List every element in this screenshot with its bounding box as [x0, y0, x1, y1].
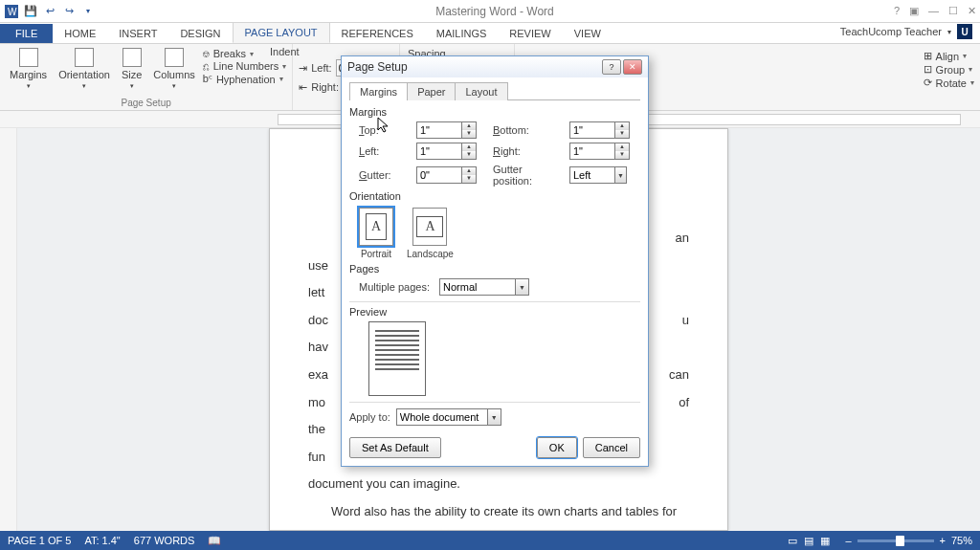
ok-button[interactable]: OK: [537, 437, 577, 458]
undo-icon[interactable]: ↩: [42, 4, 57, 19]
orientation-button[interactable]: Orientation▾: [55, 46, 114, 92]
vertical-ruler[interactable]: [0, 128, 17, 531]
apply-to-select[interactable]: [396, 408, 488, 426]
cancel-button[interactable]: Cancel: [583, 437, 640, 458]
landscape-option[interactable]: ALandscape: [407, 208, 454, 259]
close-icon[interactable]: ✕: [968, 5, 976, 17]
doc-text: can: [669, 362, 689, 389]
dropdown-icon[interactable]: ▼: [488, 408, 501, 426]
tab-references[interactable]: REFERENCES: [330, 24, 425, 43]
tab-design[interactable]: DESIGN: [168, 24, 232, 43]
hyphenation-button[interactable]: bᶜ Hyphenation ▾: [203, 73, 286, 85]
zoom-level[interactable]: 75%: [951, 535, 972, 546]
spin-up-icon[interactable]: ▲: [462, 122, 476, 130]
rotate-button[interactable]: ⟳ Rotate ▾: [924, 77, 974, 89]
word-app-icon[interactable]: W: [4, 4, 19, 19]
tab-view[interactable]: VIEW: [563, 24, 612, 43]
tab-page-layout[interactable]: PAGE LAYOUT: [233, 22, 330, 43]
group-button[interactable]: ⊡ Group ▾: [924, 63, 974, 76]
spin-down-icon[interactable]: ▼: [615, 151, 629, 159]
ribbon-display-icon[interactable]: ▣: [909, 5, 919, 17]
spin-up-icon[interactable]: ▲: [615, 122, 629, 130]
dialog-close-icon[interactable]: ✕: [623, 59, 642, 75]
group-arrange: ⊞ Align ▾ ⊡ Group ▾ ⟳ Rotate ▾: [918, 44, 980, 110]
group-page-setup: Margins▾ Orientation▾ Size▾ Columns▾ ⎊ B…: [0, 44, 293, 110]
status-proofing-icon[interactable]: 📖: [208, 535, 221, 547]
dialog-help-icon[interactable]: ?: [602, 59, 621, 75]
spin-down-icon[interactable]: ▼: [615, 130, 629, 138]
tab-review[interactable]: REVIEW: [498, 24, 562, 43]
tab-file[interactable]: FILE: [0, 24, 53, 43]
status-at[interactable]: AT: 1.4": [84, 535, 120, 546]
status-page[interactable]: PAGE 1 OF 5: [8, 535, 71, 546]
doc-text: doc: [308, 313, 328, 327]
spin-down-icon[interactable]: ▼: [462, 175, 476, 183]
web-layout-icon[interactable]: ▦: [820, 535, 830, 546]
user-account[interactable]: TeachUcomp Teacher▾U: [833, 20, 980, 43]
zoom-slider[interactable]: [858, 539, 934, 542]
right-input[interactable]: [569, 143, 615, 160]
margins-section-label: Margins: [349, 106, 640, 118]
top-input[interactable]: [416, 121, 462, 139]
align-button[interactable]: ⊞ Align ▾: [924, 50, 974, 62]
zoom-in-icon[interactable]: +: [940, 535, 946, 546]
columns-button[interactable]: Columns▾: [149, 46, 198, 92]
top-label: Top:: [359, 124, 407, 136]
print-layout-icon[interactable]: ▤: [804, 535, 813, 546]
redo-icon[interactable]: ↪: [61, 4, 77, 19]
dialog-tabs: Margins Paper Layout: [349, 81, 640, 100]
dialog-title: Page Setup: [347, 60, 600, 74]
dialog-tab-margins[interactable]: Margins: [349, 82, 408, 100]
minimize-icon[interactable]: —: [928, 5, 939, 17]
doc-text: of: [679, 389, 689, 417]
spin-up-icon[interactable]: ▲: [615, 143, 629, 151]
line-numbers-button[interactable]: ⎌ Line Numbers ▾: [203, 60, 286, 72]
spin-up-icon[interactable]: ▲: [462, 167, 476, 175]
window-title: Mastering Word - Word: [96, 5, 894, 18]
size-button[interactable]: Size▾: [118, 46, 145, 92]
user-badge-icon: U: [957, 24, 972, 39]
spin-down-icon[interactable]: ▼: [462, 130, 476, 138]
gutter-pos-select[interactable]: [569, 166, 615, 184]
save-icon[interactable]: 💾: [23, 4, 38, 19]
bottom-input[interactable]: [569, 121, 615, 139]
dialog-title-bar[interactable]: Page Setup ? ✕: [342, 56, 648, 77]
user-name: TeachUcomp Teacher: [840, 26, 942, 37]
doc-text: mo: [308, 395, 325, 409]
zoom-control: – + 75%: [845, 535, 972, 546]
spin-down-icon[interactable]: ▼: [462, 151, 476, 159]
help-icon[interactable]: ?: [894, 5, 900, 17]
status-words[interactable]: 677 WORDS: [134, 535, 195, 546]
maximize-icon[interactable]: ☐: [948, 5, 958, 17]
gutter-pos-label: Gutter position:: [493, 164, 560, 187]
tab-mailings[interactable]: MAILINGS: [425, 24, 499, 43]
quick-access-toolbar: W 💾 ↩ ↪ ▾: [4, 4, 96, 19]
margins-button[interactable]: Margins▾: [6, 46, 51, 92]
view-buttons: ▭ ▤ ▦: [786, 535, 832, 547]
svg-text:W: W: [8, 7, 17, 17]
status-bar: PAGE 1 OF 5 AT: 1.4" 677 WORDS 📖 ▭ ▤ ▦ –…: [0, 531, 980, 550]
indent-header: Indent: [270, 46, 300, 57]
page-setup-dialog: Page Setup ? ✕ Margins Paper Layout Marg…: [341, 55, 649, 467]
read-mode-icon[interactable]: ▭: [788, 535, 797, 546]
dialog-tab-layout[interactable]: Layout: [455, 82, 507, 100]
dropdown-icon[interactable]: ▼: [516, 278, 529, 296]
qat-customize-icon[interactable]: ▾: [80, 4, 96, 19]
multiple-pages-select[interactable]: [439, 278, 516, 296]
set-default-button[interactable]: Set As Default: [349, 437, 441, 458]
portrait-option[interactable]: APortrait: [359, 208, 393, 259]
window-buttons: ? ▣ — ☐ ✕: [894, 5, 976, 17]
tab-insert[interactable]: INSERT: [107, 24, 168, 43]
preview-section-label: Preview: [349, 306, 640, 318]
left-input[interactable]: [416, 143, 462, 160]
dropdown-icon[interactable]: ▼: [615, 166, 627, 184]
margins-grid: Top: ▲▼ Bottom: ▲▼ Left: ▲▼ Right: ▲▼ Gu…: [359, 121, 640, 187]
left-label: Left:: [359, 145, 407, 157]
gutter-input[interactable]: [416, 166, 462, 184]
doc-text: Word also has the ability to create its …: [308, 498, 689, 526]
zoom-out-icon[interactable]: –: [845, 535, 851, 546]
orientation-section-label: Orientation: [349, 190, 640, 202]
tab-home[interactable]: HOME: [53, 24, 107, 43]
dialog-tab-paper[interactable]: Paper: [407, 82, 456, 100]
spin-up-icon[interactable]: ▲: [462, 143, 476, 151]
